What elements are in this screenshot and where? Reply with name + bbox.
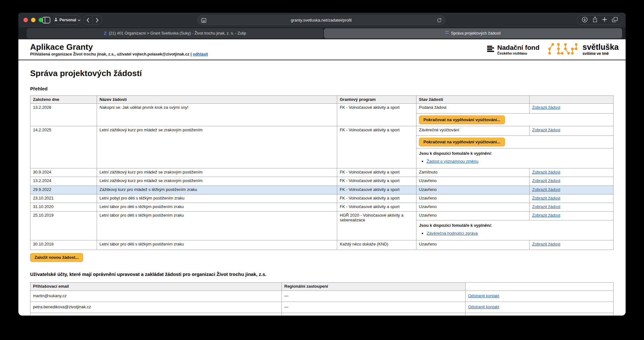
forward-button[interactable] bbox=[93, 16, 102, 24]
page-content: Správa projektových žádostí Přehled Zalo… bbox=[18, 69, 626, 316]
zobrazit-zadost-link[interactable]: Zobrazit žádost bbox=[532, 187, 560, 192]
reload-icon[interactable] bbox=[437, 18, 442, 24]
table-row: 25.10.2019 Letní tábor pro děti s těžkým… bbox=[30, 212, 614, 220]
svetluska-logo: světluška svítíme ve tmě bbox=[548, 42, 619, 57]
continue-vyuctovani-button[interactable]: Pokračovat na vyplňování vyúčtování... bbox=[419, 115, 505, 124]
person-icon bbox=[54, 17, 58, 23]
table-row: 13.2.2026 Nakopni se: Jak udělat prvník … bbox=[30, 104, 614, 114]
new-tab-icon[interactable] bbox=[602, 17, 607, 23]
app-title: Aplikace Granty bbox=[30, 43, 208, 52]
back-button[interactable] bbox=[83, 16, 93, 24]
chevron-down-icon bbox=[78, 18, 80, 22]
site-header: Aplikace Granty Přihlášená organizace Ži… bbox=[18, 39, 626, 60]
table-row: 30.10.2018 Letní tábor pro děti s těžkým… bbox=[30, 240, 614, 250]
accounts-table: Přihlašovací email Regionální zastoupení… bbox=[30, 282, 614, 316]
status-cell: Uzavřeno bbox=[416, 203, 530, 212]
table-row: 31.10.2020 Letní tábor pro děti s těžkým… bbox=[30, 203, 614, 212]
odstranit-kontakt-link[interactable]: Odstranit kontakt bbox=[468, 304, 499, 309]
minimize-window-button[interactable] bbox=[31, 18, 35, 22]
svetluska-dots-icon bbox=[548, 42, 579, 57]
granty-favicon bbox=[445, 31, 449, 36]
tab-zulip[interactable]: Z (21) #01 Organizacni > Grant Svetluska… bbox=[27, 28, 323, 38]
sidebar-toggle-icon[interactable] bbox=[42, 16, 51, 23]
table-row: 14.2.2025 Letní zážitkový kurz pro mláde… bbox=[30, 126, 614, 136]
accounts-heading: Uživatelské účty, které mají oprávnění u… bbox=[30, 271, 613, 277]
url-text: granty.svetluska.net/zadatel/profil bbox=[291, 18, 352, 23]
zobrazit-zadost-link[interactable]: Zobrazit žádost bbox=[532, 196, 560, 200]
tab-overview-icon[interactable] bbox=[612, 17, 618, 23]
zobrazit-zadost-link[interactable]: Zobrazit žádost bbox=[532, 128, 560, 132]
page-settings-icon[interactable] bbox=[201, 18, 206, 24]
table-row: 23.10.2021 Letní pobyt pro děti s těžkým… bbox=[30, 194, 614, 203]
status-cell: Uzavřeno bbox=[416, 194, 530, 203]
tab-sprava-zadosti[interactable]: Správa projektových žádostí bbox=[324, 28, 622, 38]
nadacni-fond-logo: Nadační fond Českého rozhlasu bbox=[486, 44, 539, 55]
tab-sprava-label: Správa projektových žádostí bbox=[451, 31, 501, 36]
zobrazit-zadost-link[interactable]: Zobrazit žádost bbox=[532, 204, 560, 209]
table-row: 30.9.2024 Letní zážitkový kurz pro mláde… bbox=[30, 168, 614, 177]
accounts-table-header: Přihlašovací email Regionální zastoupení bbox=[30, 283, 614, 291]
downloads-icon[interactable] bbox=[582, 16, 588, 24]
form-link-zadost-zmena[interactable]: Žádost o významnou změnu bbox=[427, 159, 478, 164]
browser-window: Personal granty.svetluska.net/zadatel/pr… bbox=[18, 13, 626, 316]
status-cell: Uzavřeno bbox=[416, 177, 530, 186]
share-icon[interactable] bbox=[592, 16, 598, 24]
status-cell: Uzavřeno bbox=[416, 186, 530, 194]
forms-available-label: Jsou k dispozici fomuláře k vyplnění: bbox=[419, 151, 611, 156]
odstranit-kontakt-link[interactable]: Odstranit kontakt bbox=[468, 293, 499, 298]
zobrazit-zadost-link[interactable]: Zobrazit žádost bbox=[532, 213, 560, 218]
zobrazit-zadost-link[interactable]: Zobrazit žádost bbox=[532, 242, 560, 246]
applications-table: Založeno dne Název žádosti Grantový prog… bbox=[30, 95, 614, 250]
address-bar[interactable]: granty.svetluska.net/zadatel/profil bbox=[197, 15, 445, 25]
table-row: petra.benedikova@zivotjinak.cz — Odstran… bbox=[30, 302, 614, 313]
tab-zulip-label: (21) #01 Organizacni > Grant Svetluska (… bbox=[109, 31, 246, 36]
status-cell: Zamítnuto bbox=[416, 168, 530, 177]
forms-available-label: Jsou k dispozici fomuláře k vyplnění: bbox=[419, 223, 611, 228]
status-cell: Uzavřeno bbox=[416, 240, 530, 250]
status-cell: Podaná žádost bbox=[416, 104, 530, 114]
toolbar-actions bbox=[577, 15, 623, 25]
applications-table-header: Založeno dne Název žádosti Grantový prog… bbox=[30, 96, 614, 104]
overview-heading: Přehled bbox=[30, 86, 613, 91]
navigation-buttons bbox=[83, 15, 102, 25]
browser-toolbar: Personal granty.svetluska.net/zadatel/pr… bbox=[18, 13, 626, 27]
continue-vyuctovani-button[interactable]: Pokračovat na vyplňování vyúčtování... bbox=[419, 138, 505, 146]
logout-link[interactable]: odhlásit bbox=[193, 52, 208, 56]
cesky-rozhlas-bars-icon bbox=[486, 45, 495, 55]
status-cell: Závěrečné vyúčtování bbox=[416, 126, 530, 136]
zulip-favicon: Z bbox=[104, 31, 107, 36]
table-row: vojtech.polasek@zivotjinak.cz — bbox=[30, 313, 614, 316]
new-application-button[interactable]: Založit novou žádost... bbox=[30, 253, 83, 262]
zobrazit-zadost-link[interactable]: Zobrazit žádost bbox=[532, 178, 560, 183]
profile-label: Personal bbox=[60, 18, 76, 22]
table-row-highlighted: 29.9.2022 Zážitkový kurz pro mládež s tě… bbox=[30, 186, 614, 194]
window-controls bbox=[23, 18, 43, 22]
close-window-button[interactable] bbox=[23, 18, 28, 22]
zobrazit-zadost-link[interactable]: Zobrazit žádost bbox=[532, 170, 560, 174]
tab-bar: Z (21) #01 Organizacni > Grant Svetluska… bbox=[18, 27, 626, 39]
form-link-zaverecna-zprava[interactable]: Závěrečná hodnotící zpráva bbox=[427, 231, 478, 236]
table-row: martin@sukany.cz — Odstranit kontakt bbox=[30, 291, 614, 302]
page-title: Správa projektových žádostí bbox=[30, 69, 613, 78]
login-info: Přihlášená organizace Život trochu jinak… bbox=[30, 52, 208, 56]
status-cell: Uzavřeno bbox=[416, 212, 530, 220]
table-row: 13.2.2024 Letní zážitkový kurz pro mláde… bbox=[30, 177, 614, 186]
zobrazit-zadost-link[interactable]: Zobrazit žádost bbox=[532, 105, 560, 110]
profile-switcher[interactable]: Personal bbox=[53, 15, 81, 25]
